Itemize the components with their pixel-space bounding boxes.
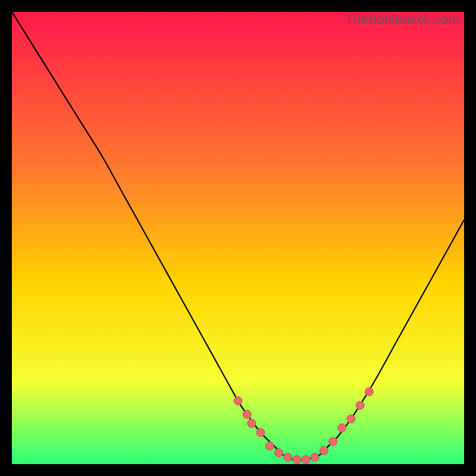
- curve-marker: [234, 397, 242, 405]
- curve-marker: [302, 455, 310, 464]
- curve-marker: [248, 419, 256, 428]
- curve-marker: [365, 387, 373, 396]
- gradient-background: [12, 12, 464, 464]
- chart-frame: TheBottleneck.com: [12, 12, 464, 464]
- curve-marker: [284, 453, 292, 462]
- curve-marker: [293, 455, 301, 464]
- curve-marker: [329, 437, 337, 446]
- curve-marker: [265, 442, 274, 450]
- curve-marker: [274, 449, 283, 457]
- curve-marker: [356, 401, 364, 409]
- curve-marker: [347, 415, 355, 423]
- watermark-text: TheBottleneck.com: [345, 12, 459, 27]
- curve-marker: [311, 453, 319, 462]
- curve-marker: [243, 410, 251, 418]
- curve-marker: [320, 446, 328, 455]
- curve-marker: [338, 424, 346, 432]
- curve-marker: [256, 428, 265, 437]
- bottleneck-plot: [12, 12, 464, 464]
